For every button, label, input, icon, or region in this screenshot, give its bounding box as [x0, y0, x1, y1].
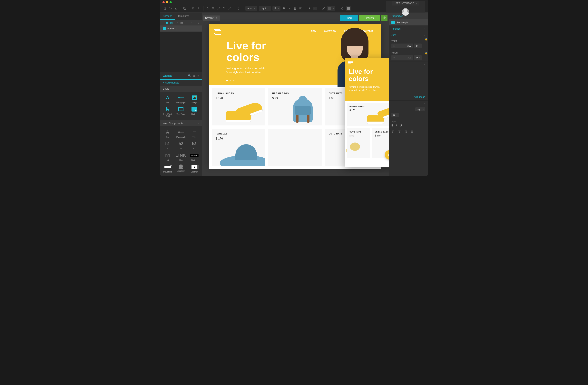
- font-family-dropdown[interactable]: Arial▼: [245, 6, 257, 11]
- image-icon[interactable]: ▣: [166, 21, 168, 24]
- aspect-lock[interactable]: 🔒🔒: [424, 38, 428, 62]
- tab-screens[interactable]: Screens: [160, 13, 175, 20]
- prop-font-weight-dropdown[interactable]: Light▾: [415, 107, 425, 111]
- product-card[interactable]: [268, 128, 322, 166]
- arrow-up-icon[interactable]: ↑: [194, 21, 196, 24]
- collapse-section[interactable]: ⌄: [389, 100, 428, 106]
- prop-font-size-dropdown[interactable]: 12▾: [391, 113, 399, 117]
- duplicate-icon[interactable]: [191, 6, 195, 10]
- widget-link[interactable]: LINKLink: [175, 151, 187, 162]
- text-color-icon[interactable]: A: [307, 6, 311, 10]
- minimize-window-icon[interactable]: [166, 1, 168, 3]
- product-card[interactable]: PAMELAS $ 170: [212, 128, 265, 166]
- font-weight-dropdown[interactable]: Light▼: [259, 6, 271, 11]
- product-card[interactable]: URBAN BAGS $ 230: [268, 88, 322, 126]
- position-section[interactable]: Position›: [389, 25, 428, 32]
- widget-text-table[interactable]: Text Table: [175, 105, 187, 118]
- widget-user-icon[interactable]: User Icon: [175, 163, 187, 174]
- bold-toggle[interactable]: B: [391, 124, 393, 127]
- widget-h3[interactable]: h3h3: [188, 140, 201, 150]
- widget-text[interactable]: AText: [161, 94, 174, 105]
- mobile-product-card[interactable]: URBAN SHOES $ 170: [347, 103, 389, 126]
- size-section[interactable]: Size⌄: [389, 32, 428, 38]
- font-size-dropdown[interactable]: 12▼: [273, 6, 280, 11]
- add-widgets-button[interactable]: +Add widgets: [160, 80, 202, 86]
- underline-icon[interactable]: U: [293, 6, 297, 10]
- widget-web-title[interactable]: Title: [188, 128, 201, 139]
- selected-element[interactable]: Rectangle: [389, 20, 428, 25]
- align-right-icon[interactable]: [404, 130, 407, 133]
- product-card[interactable]: URBAN SHOES $ 170: [212, 88, 265, 126]
- text-color-dropdown[interactable]: ▼: [313, 7, 317, 10]
- paint-icon[interactable]: [222, 6, 226, 10]
- align-left-icon[interactable]: [391, 130, 395, 133]
- folder-icon[interactable]: ▤: [170, 21, 173, 24]
- italic-toggle[interactable]: I: [396, 124, 397, 127]
- open-folder-icon[interactable]: [168, 6, 172, 10]
- align-center-icon[interactable]: [398, 130, 401, 133]
- grid-view-icon[interactable]: ▦: [193, 74, 195, 77]
- web-group-header[interactable]: Web Components⌄: [160, 120, 202, 126]
- screen-list-item[interactable]: Screen 1: [160, 25, 202, 32]
- simulate-settings-button[interactable]: [381, 15, 387, 21]
- widget-input-field[interactable]: Input field: [161, 163, 174, 174]
- list-icon[interactable]: ≡: [177, 21, 178, 24]
- arrow-right-icon[interactable]: →: [189, 21, 192, 24]
- carousel-dots[interactable]: [226, 80, 234, 81]
- undo-icon[interactable]: [197, 6, 201, 10]
- arrow-down-icon[interactable]: ↓: [198, 21, 199, 24]
- list-view-icon[interactable]: ≡: [197, 74, 199, 77]
- widget-web-paragraph[interactable]: A═══Paragraph: [175, 128, 187, 139]
- arrow-left-icon[interactable]: ←: [185, 21, 188, 24]
- maximize-window-icon[interactable]: [169, 1, 172, 3]
- widget-paragraph[interactable]: A═══Paragraph: [175, 94, 187, 105]
- add-image-button[interactable]: +Add Image: [389, 94, 428, 100]
- collapse-section[interactable]: ⌄: [389, 62, 428, 67]
- width-unit-dropdown[interactable]: px▾: [414, 43, 421, 48]
- device-icon[interactable]: [237, 6, 240, 10]
- canvas-tab[interactable]: Screen 1 ×: [203, 16, 220, 21]
- nav-new[interactable]: NEW: [311, 30, 316, 32]
- zoom-icon[interactable]: [211, 6, 215, 10]
- widget-counter[interactable]: 1Counter: [188, 163, 201, 174]
- hamburger-icon[interactable]: [348, 61, 353, 64]
- search-icon[interactable]: 🔍: [188, 74, 191, 77]
- eraser-icon[interactable]: [217, 6, 221, 10]
- close-window-icon[interactable]: [163, 1, 165, 3]
- new-file-icon[interactable]: [163, 6, 167, 10]
- width-input[interactable]: ‹ ›307: [391, 43, 413, 48]
- add-screen-icon[interactable]: +: [162, 21, 164, 24]
- canvas-area[interactable]: Screen 1 × Share Simulate NEW OVERVIEW G…: [202, 13, 389, 176]
- widget-h4[interactable]: h4h4: [161, 151, 174, 162]
- align-justify-icon[interactable]: [410, 130, 414, 133]
- bold-icon[interactable]: B: [282, 6, 286, 10]
- eyedropper-icon[interactable]: [228, 6, 232, 10]
- stroke-swatch[interactable]: ▼: [327, 6, 335, 11]
- widget-web-button[interactable]: BUTTONButton: [188, 151, 201, 162]
- download-icon[interactable]: [174, 6, 178, 10]
- grid-icon[interactable]: ▦: [180, 21, 183, 24]
- opacity-icon[interactable]: [340, 6, 344, 10]
- height-input[interactable]: ‹ ›307: [391, 55, 413, 60]
- close-tab-icon[interactable]: ×: [216, 17, 218, 20]
- workspace-dropdown[interactable]: USER INTERFACE▼: [392, 1, 419, 5]
- mobile-product-card[interactable]: CUTE HATS $ 80: [347, 128, 370, 158]
- simulate-button[interactable]: Simulate: [359, 15, 380, 21]
- widget-button[interactable]: ↖Button: [188, 105, 201, 118]
- share-button[interactable]: Share: [340, 15, 358, 21]
- align-icon[interactable]: [298, 6, 302, 10]
- mobile-artboard[interactable]: Live forcolors Nothing in life is black …: [345, 58, 389, 167]
- basic-group-header[interactable]: Basic⌄: [160, 86, 202, 92]
- stroke-icon[interactable]: [322, 6, 326, 10]
- underline-toggle[interactable]: U: [400, 124, 402, 127]
- fill-swatch[interactable]: [346, 6, 351, 11]
- widget-h2[interactable]: h2h2: [175, 140, 187, 150]
- widget-web-text[interactable]: AText: [161, 128, 174, 139]
- widget-h1[interactable]: h1h1: [161, 140, 174, 150]
- tab-templates[interactable]: Templates: [175, 13, 192, 20]
- italic-icon[interactable]: I: [288, 6, 292, 10]
- height-unit-dropdown[interactable]: px▾: [414, 55, 421, 60]
- user-avatar[interactable]: [402, 8, 409, 16]
- copy-icon[interactable]: [183, 6, 187, 10]
- widget-image[interactable]: Image: [188, 94, 201, 105]
